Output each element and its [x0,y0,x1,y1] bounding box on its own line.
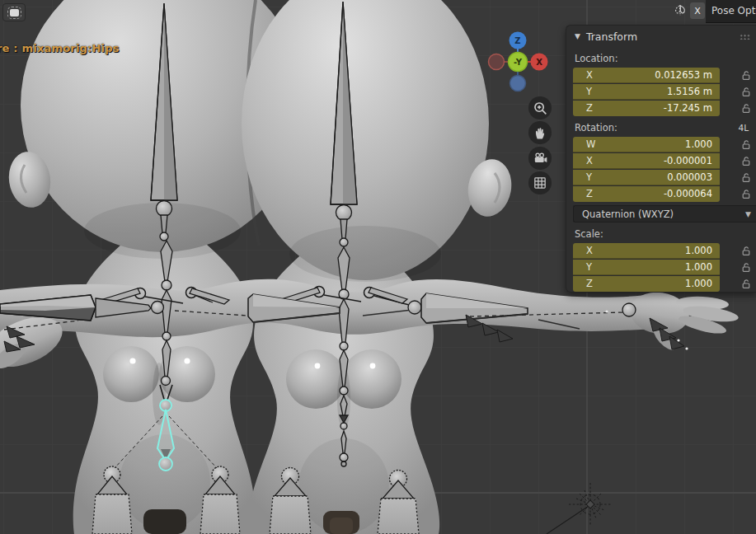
axis-label: W [586,138,595,150]
axis-label: Z [586,188,593,199]
location-label: Location: [575,53,750,64]
axis-label: Y [586,261,592,273]
axis-value: 0.012653 m [655,69,712,81]
chevron-down-icon: ▼ [745,210,751,218]
rotation-mode-dropdown[interactable]: Quaternion (WXYZ) ▼ [573,205,756,222]
scale-x-field[interactable]: X 1.000 [573,243,720,259]
axis-label: X [586,69,593,81]
gizmo-y-label: -Y [514,58,523,67]
location-z-field[interactable]: Z -17.245 m [573,101,720,116]
rotation-fields: W 1.000 X -0.000001 Y 0.000003 [573,136,756,202]
zoom-icon[interactable] [528,96,552,119]
axis-value: -17.245 m [664,102,712,114]
rotation-z-field[interactable]: Z -0.000064 [573,186,720,202]
axis-value: -0.000001 [664,155,712,166]
axis-label: X [586,155,593,166]
lock-icon[interactable] [741,189,751,199]
panel-title: Transform [586,30,637,43]
panel-drag-handle-icon[interactable] [740,34,750,40]
axis-value: 0.000003 [667,171,712,183]
transform-panel: ▼ Transform Location: X 0.012653 m Y 1.5… [566,25,756,293]
view-axis-gizmo[interactable]: Z X -Y [486,30,550,95]
location-y-field[interactable]: Y 1.5156 m [573,84,720,100]
mirror-x-axis-button[interactable]: X [690,2,705,19]
axis-value: 1.000 [685,278,712,289]
lock-icon[interactable] [741,246,751,256]
active-bone-label: re : mixamorig:Hips [0,42,120,54]
blender-window: re : mixamorig:Hips X Pose Optic Z X -Y [0,0,756,534]
location-x-field[interactable]: X 0.012653 m [573,68,720,83]
select-box-tool-icon[interactable] [2,3,26,21]
axis-label: Y [586,171,592,183]
axis-label: X [586,245,593,256]
scale-label: Scale: [575,228,750,240]
location-fields: X 0.012653 m Y 1.5156 m Z -17.245 m [573,67,756,116]
transform-panel-header[interactable]: ▼ Transform [566,26,756,47]
scale-z-field[interactable]: Z 1.000 [573,276,720,292]
axis-value: 1.000 [685,261,712,273]
lock-icon[interactable] [741,172,751,183]
x-mirror-icon[interactable] [673,3,688,18]
lock-icon[interactable] [741,70,751,81]
lock-icon[interactable] [741,262,751,273]
collapse-chevron-icon: ▼ [575,32,580,40]
lock-icon[interactable] [741,279,751,289]
rotation-label: Rotation: [575,122,617,134]
lock-icon[interactable] [741,87,751,97]
axis-label: Z [586,278,593,289]
gizmo-minus-z-axis[interactable] [510,76,526,91]
gizmo-z-label: Z [514,36,520,45]
rotation-mode-value: Quaternion (WXYZ) [582,208,674,220]
rotation-w-field[interactable]: W 1.000 [573,137,720,152]
gizmo-minus-x-axis[interactable] [489,54,505,70]
grid-ortho-icon[interactable] [528,171,552,194]
axis-value: 1.000 [685,138,712,150]
pose-options-button[interactable]: Pose Optic [706,0,756,23]
scale-fields: X 1.000 Y 1.000 Z 1.000 [573,242,756,292]
axis-label: Y [586,86,592,97]
axis-value: -0.000064 [664,188,712,199]
camera-view-icon[interactable] [528,147,552,170]
lock-icon[interactable] [741,103,751,114]
rotation-y-field[interactable]: Y 0.000003 [573,170,720,185]
axis-label: Z [586,102,593,114]
scale-y-field[interactable]: Y 1.000 [573,260,720,275]
axis-value: 1.5156 m [667,86,712,97]
rotation-x-field[interactable]: X -0.000001 [573,153,720,169]
rotation-label-row: Rotation: 4L [575,122,750,134]
lock-icon[interactable] [741,156,751,166]
axis-value: 1.000 [685,245,712,256]
rotation-4l-button[interactable]: 4L [738,123,750,133]
lock-icon[interactable] [741,139,751,150]
pan-hand-icon[interactable] [528,121,552,144]
gizmo-x-label: X [536,58,542,67]
